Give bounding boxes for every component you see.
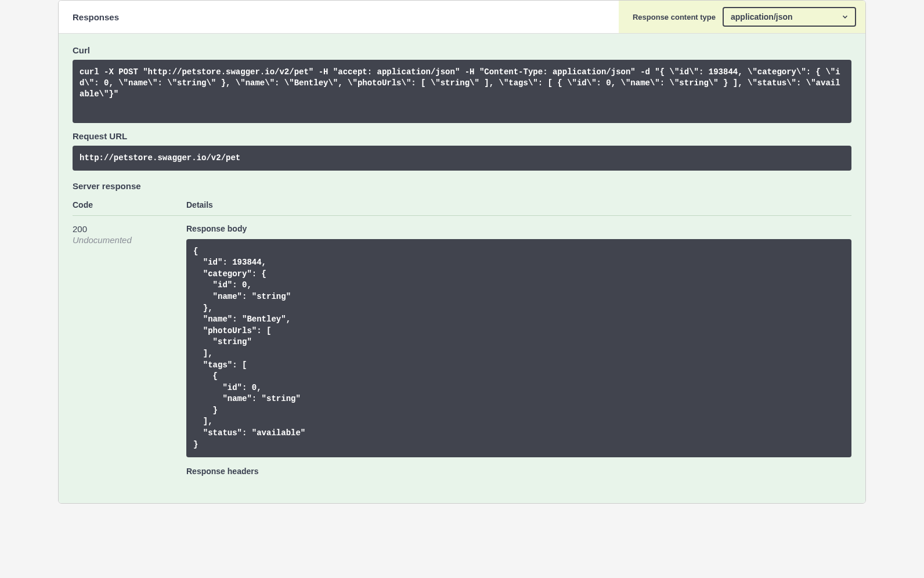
responses-header-bar: Responses Response content type applicat… — [59, 1, 865, 34]
response-code-column: 200 Undocumented — [73, 224, 186, 482]
response-body-label: Response body — [186, 224, 851, 233]
request-url-block[interactable]: http://petstore.swagger.io/v2/pet — [73, 146, 851, 171]
content-type-region: Response content type application/json — [619, 1, 865, 33]
response-undocumented-label: Undocumented — [73, 235, 186, 245]
curl-label: Curl — [73, 45, 851, 55]
swagger-responses-panel: Responses Response content type applicat… — [58, 0, 866, 504]
response-code-value: 200 — [73, 224, 186, 234]
code-column-header: Code — [73, 200, 186, 209]
content-type-label: Response content type — [633, 13, 716, 21]
response-details-column: Response body { "id": 193844, "category"… — [186, 224, 851, 482]
response-headers-label: Response headers — [186, 467, 851, 476]
content-type-select[interactable]: application/json — [723, 7, 856, 27]
request-url-label: Request URL — [73, 131, 851, 141]
response-body-block[interactable]: { "id": 193844, "category": { "id": 0, "… — [186, 239, 851, 458]
details-column-header: Details — [186, 200, 851, 209]
chevron-down-icon — [841, 13, 849, 21]
server-response-label: Server response — [73, 181, 851, 191]
response-table-header: Code Details — [73, 193, 851, 216]
responses-content: Curl curl -X POST "http://petstore.swagg… — [59, 34, 865, 503]
response-row: 200 Undocumented Response body { "id": 1… — [73, 224, 851, 482]
responses-title: Responses — [59, 12, 119, 22]
content-type-value: application/json — [731, 12, 793, 21]
curl-command-block[interactable]: curl -X POST "http://petstore.swagger.io… — [73, 60, 851, 123]
